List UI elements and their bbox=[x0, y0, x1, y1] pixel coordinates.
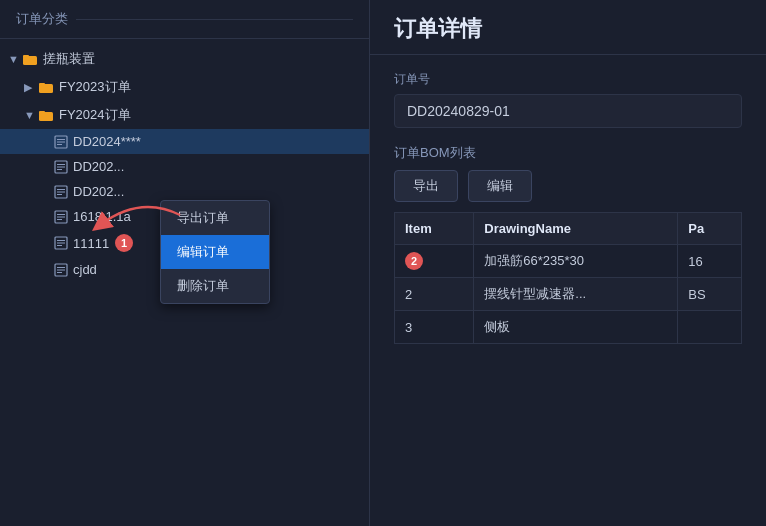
tree-item-4[interactable]: ▶ DD202... bbox=[0, 154, 369, 179]
col-header-item: Item bbox=[395, 213, 474, 245]
col-header-drawing: DrawingName bbox=[474, 213, 678, 245]
bom-toolbar: 导出 编辑 bbox=[394, 170, 742, 202]
panel-title-text: 订单分类 bbox=[16, 10, 68, 28]
order-number-group: 订单号 DD20240829-01 bbox=[394, 71, 742, 128]
panel-title: 订单分类 bbox=[0, 0, 369, 39]
cell-item-3: 3 bbox=[395, 311, 474, 344]
table-row-2: 2 摆线针型减速器... BS bbox=[395, 278, 742, 311]
tree-label-5: DD202... bbox=[73, 184, 124, 199]
toggle-icon-5: ▶ bbox=[40, 185, 54, 198]
svg-rect-1 bbox=[23, 55, 29, 58]
folder-icon-0 bbox=[22, 51, 38, 67]
tree-label-8: cjdd bbox=[73, 262, 97, 277]
col-header-pa: Pa bbox=[678, 213, 742, 245]
cell-item-2: 2 bbox=[395, 278, 474, 311]
file-icon-6 bbox=[54, 210, 68, 224]
annotation-badge-1: 1 bbox=[115, 234, 133, 252]
cell-drawing-3: 侧板 bbox=[474, 311, 678, 344]
right-panel: 订单详情 订单号 DD20240829-01 订单BOM列表 导出 编辑 Ite… bbox=[370, 0, 766, 526]
context-menu-export[interactable]: 导出订单 bbox=[161, 201, 269, 235]
toggle-icon-8: ▶ bbox=[40, 263, 54, 276]
export-button[interactable]: 导出 bbox=[394, 170, 458, 202]
cell-pa-1: 16 bbox=[678, 245, 742, 278]
tree-item-2[interactable]: ▼ FY2024订单 bbox=[0, 101, 369, 129]
table-row-1: 2 加强筋66*235*30 16 bbox=[395, 245, 742, 278]
file-icon-4 bbox=[54, 160, 68, 174]
cell-pa-2: BS bbox=[678, 278, 742, 311]
annotation-badge-2: 2 bbox=[405, 252, 423, 270]
toggle-icon-7: ▶ bbox=[40, 237, 54, 250]
page-title: 订单详情 bbox=[370, 0, 766, 55]
tree-label-4: DD202... bbox=[73, 159, 124, 174]
tree-label-0: 搓瓶装置 bbox=[43, 50, 95, 68]
tree-label-2: FY2024订单 bbox=[59, 106, 131, 124]
toggle-icon-6: ▶ bbox=[40, 210, 54, 223]
bom-table: Item DrawingName Pa 2 加强筋66*235*30 16 bbox=[394, 212, 742, 344]
svg-rect-3 bbox=[39, 83, 45, 86]
file-icon-3 bbox=[54, 135, 68, 149]
left-panel: 订单分类 ▼ 搓瓶装置 ▶ FY2023订单 ▼ bbox=[0, 0, 370, 526]
toggle-icon-1: ▶ bbox=[24, 81, 38, 94]
toggle-icon-4: ▶ bbox=[40, 160, 54, 173]
context-menu: 导出订单 编辑订单 删除订单 bbox=[160, 200, 270, 304]
file-icon-7 bbox=[54, 236, 68, 250]
bom-title: 订单BOM列表 bbox=[394, 144, 742, 162]
svg-rect-5 bbox=[39, 111, 45, 114]
cell-drawing-1: 加强筋66*235*30 bbox=[474, 245, 678, 278]
file-icon-5 bbox=[54, 185, 68, 199]
tree-item-1[interactable]: ▶ FY2023订单 bbox=[0, 73, 369, 101]
table-row-3: 3 侧板 bbox=[395, 311, 742, 344]
cell-drawing-2: 摆线针型减速器... bbox=[474, 278, 678, 311]
right-content: 订单号 DD20240829-01 订单BOM列表 导出 编辑 Item Dra… bbox=[370, 55, 766, 526]
context-menu-edit[interactable]: 编辑订单 bbox=[161, 235, 269, 269]
tree-label-6: 1618.1.1a bbox=[73, 209, 131, 224]
folder-icon-1 bbox=[38, 79, 54, 95]
tree-label-1: FY2023订单 bbox=[59, 78, 131, 96]
tree-label-7: 11111 bbox=[73, 236, 109, 251]
toggle-icon-2: ▼ bbox=[24, 109, 38, 121]
file-icon-8 bbox=[54, 263, 68, 277]
cell-pa-3 bbox=[678, 311, 742, 344]
bom-section: 订单BOM列表 导出 编辑 Item DrawingName Pa 2 bbox=[394, 144, 742, 344]
order-number-value: DD20240829-01 bbox=[394, 94, 742, 128]
edit-button[interactable]: 编辑 bbox=[468, 170, 532, 202]
tree-item-3[interactable]: ▶ DD2024**** bbox=[0, 129, 369, 154]
tree-label-3: DD2024**** bbox=[73, 134, 141, 149]
context-menu-delete[interactable]: 删除订单 bbox=[161, 269, 269, 303]
toggle-icon-0: ▼ bbox=[8, 53, 22, 65]
cell-item-1: 2 bbox=[395, 245, 474, 278]
folder-icon-2 bbox=[38, 107, 54, 123]
toggle-icon-3: ▶ bbox=[40, 135, 54, 148]
tree-item-0[interactable]: ▼ 搓瓶装置 bbox=[0, 45, 369, 73]
order-number-label: 订单号 bbox=[394, 71, 742, 88]
